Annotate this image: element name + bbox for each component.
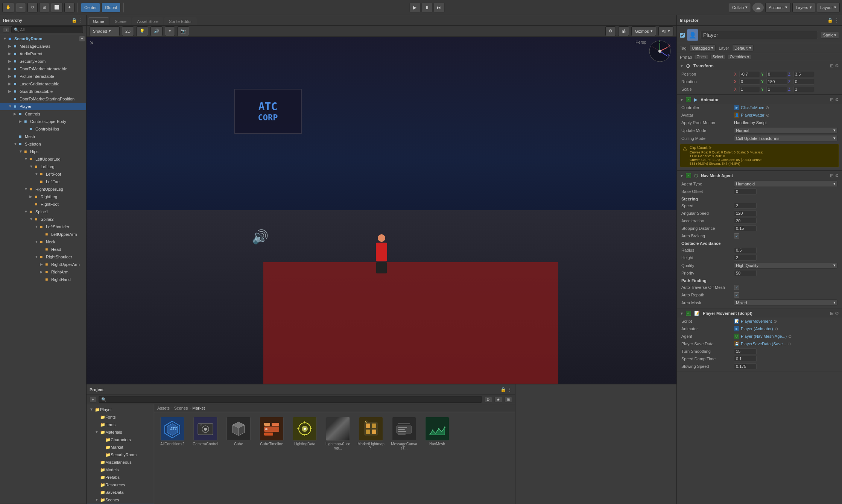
- tree-item-rightfoot[interactable]: ■ RightFoot: [0, 200, 86, 208]
- controller-value[interactable]: ClickToMove: [741, 105, 764, 110]
- height-input[interactable]: [734, 255, 757, 261]
- scene-settings-btn[interactable]: ⚙: [605, 26, 616, 36]
- animator-more-icon[interactable]: ⚙: [835, 97, 839, 102]
- tool-scale[interactable]: ⊞: [39, 3, 49, 12]
- navmesh-more-icon[interactable]: ⚙: [835, 173, 839, 178]
- tree-item-audioparent[interactable]: ▶ ■ AudioParent: [0, 50, 86, 58]
- tree-item-rightupperleg[interactable]: ▼ ■ RightUpperLeg: [0, 185, 86, 193]
- tree-item-lefttoe[interactable]: ■ LeftToe: [0, 178, 86, 185]
- scene-close-btn[interactable]: ✕: [90, 40, 94, 46]
- tree-item-leftfoot[interactable]: ▼ ■ LeftFoot: [0, 170, 86, 178]
- breadcrumb-assets[interactable]: Assets: [157, 406, 170, 410]
- inspector-lock-icon[interactable]: 🔒: [827, 18, 833, 23]
- tree-item-spine2[interactable]: ▼ ■ Spine2: [0, 216, 86, 223]
- tree-item-rightarm[interactable]: ▶ ■ RightArm: [0, 268, 86, 276]
- avatar-target-btn[interactable]: ⊙: [766, 113, 769, 118]
- animator-enabled-checkbox[interactable]: ✓: [686, 97, 691, 102]
- scale-x-input[interactable]: [739, 86, 760, 92]
- prefab-open-btn[interactable]: Open: [694, 54, 708, 60]
- hierarchy-search[interactable]: [11, 26, 83, 33]
- pm-savedata-value[interactable]: PlayerSaveData (Save...: [741, 342, 786, 346]
- tree-item-leftshoulder[interactable]: ▼ ■ LeftShoulder: [0, 223, 86, 231]
- animator-header[interactable]: ▼ ✓ ▶ Animator ⊞ ⚙: [677, 96, 842, 104]
- pm-savedata-target-btn[interactable]: ⊙: [787, 342, 791, 346]
- folder-prefabs[interactable]: 📁 Prefabs: [87, 474, 154, 481]
- tree-item-leftupperleg[interactable]: ▼ ■ LeftUpperLeg: [0, 155, 86, 163]
- playermovement-snap-icon[interactable]: ⊞: [830, 311, 834, 316]
- project-tree[interactable]: ▼ 📁 Player 📁 Fonts 📁 Items: [87, 404, 154, 504]
- asset-navmesh[interactable]: NavMesh: [422, 415, 452, 452]
- tool-hand[interactable]: ✋: [2, 3, 14, 12]
- folder-savedata[interactable]: 📁 SaveData: [87, 489, 154, 496]
- cloud-icon[interactable]: ☁: [752, 3, 764, 12]
- play-button[interactable]: ▶: [409, 3, 421, 12]
- folder-resources[interactable]: 📁 Resources: [87, 481, 154, 489]
- scene-audio-btn[interactable]: 🔊: [150, 26, 163, 36]
- transform-more-icon[interactable]: ⚙: [835, 63, 839, 68]
- tree-item-controlships[interactable]: ■ ControlsHips: [0, 125, 86, 133]
- tab-game[interactable]: Game: [88, 17, 109, 25]
- angularspeed-input[interactable]: [734, 210, 757, 216]
- project-view-btn[interactable]: ⊞: [505, 397, 512, 402]
- project-add-btn[interactable]: +: [90, 397, 96, 402]
- pos-y-input[interactable]: [766, 71, 787, 77]
- tree-item-leftupperarm[interactable]: ■ LeftUpperArm: [0, 231, 86, 238]
- project-search[interactable]: [99, 396, 482, 403]
- tree-item-skeleton[interactable]: ▼ ■ Skeleton: [0, 140, 86, 148]
- view2d-toggle[interactable]: 2D: [122, 26, 134, 36]
- tree-item-rightshoulder[interactable]: ▼ ■ RightShoulder: [0, 253, 86, 261]
- cullingmode-dropdown[interactable]: Cull Update Transforms ▾: [734, 135, 837, 141]
- pos-z-input[interactable]: [793, 71, 814, 77]
- prefab-select-btn[interactable]: Select: [710, 54, 725, 60]
- transform-header[interactable]: ▼ ⊕ Transform ⊞ ⚙: [677, 61, 842, 70]
- tree-item-head[interactable]: ■ Head: [0, 246, 86, 253]
- layer-dropdown[interactable]: Default ▾: [732, 44, 754, 52]
- asset-cubetimeline[interactable]: CubeTimeline: [257, 415, 287, 452]
- rot-y-input[interactable]: [766, 79, 787, 85]
- project-menu-icon[interactable]: ⋮: [508, 387, 512, 392]
- animator-snap-icon[interactable]: ⊞: [830, 97, 834, 102]
- scene-camera-btn[interactable]: 📷: [177, 26, 189, 36]
- folder-fonts[interactable]: 📁 Fonts: [87, 413, 154, 421]
- autotraverse-checkbox[interactable]: [734, 285, 739, 290]
- tab-scene[interactable]: Scene: [110, 17, 131, 25]
- asset-cameracontrol[interactable]: # CameraControl: [190, 415, 220, 452]
- collab-dropdown[interactable]: Collab ▾: [729, 3, 751, 12]
- stoppingdistance-input[interactable]: [734, 225, 757, 231]
- tool-move[interactable]: ✛: [16, 3, 26, 12]
- slowingspeed-input[interactable]: [734, 363, 757, 369]
- playermovement-enabled-checkbox[interactable]: ✓: [686, 311, 691, 316]
- tree-item-controlsupperbody[interactable]: ▶ ■ ControlsUpperBody: [0, 118, 86, 125]
- rot-x-input[interactable]: [739, 79, 760, 85]
- asset-cube[interactable]: Cube: [223, 415, 254, 452]
- scene-fx-btn[interactable]: ✦: [165, 26, 175, 36]
- tool-rotate[interactable]: ↻: [27, 3, 38, 12]
- object-active-checkbox[interactable]: [680, 33, 685, 38]
- account-dropdown[interactable]: Account ▾: [765, 3, 791, 12]
- acceleration-input[interactable]: [734, 218, 757, 224]
- project-settings-btn[interactable]: ⚙: [484, 397, 492, 402]
- project-star-btn[interactable]: ★: [494, 397, 502, 402]
- pivot-center-btn[interactable]: Center: [81, 3, 100, 12]
- autorepath-checkbox[interactable]: [734, 292, 739, 298]
- tree-item-securityroom2[interactable]: ▶ ■ SecurityRoom: [0, 58, 86, 65]
- xyz-gizmo[interactable]: X Y Z: [649, 40, 671, 62]
- speeddamptime-input[interactable]: [734, 356, 757, 362]
- speed-input[interactable]: [734, 203, 757, 209]
- folder-secroom-mat[interactable]: 📁 SecurityRoom: [87, 451, 154, 458]
- tree-item-doortomarketstart[interactable]: ■ DoorToMarketStartingPosition: [0, 95, 86, 103]
- hierarchy-lock-icon[interactable]: 🔒: [71, 18, 77, 23]
- pause-button[interactable]: ⏸: [421, 3, 433, 12]
- scene-view[interactable]: ATC CORP Persp X Y Z: [87, 37, 676, 384]
- tree-item-hips[interactable]: ▼ ■ Hips: [0, 148, 86, 155]
- shading-dropdown[interactable]: Shaded ▾: [90, 26, 120, 36]
- asset-lightmap[interactable]: Lightmap-0_comp...: [323, 415, 353, 452]
- pm-animator-value[interactable]: Player (Animator): [741, 326, 773, 331]
- navmesh-header[interactable]: ▼ ✓ ⬡ Nav Mesh Agent ⊞ ⚙: [677, 172, 842, 180]
- scene-lighting-btn[interactable]: 💡: [136, 26, 148, 36]
- agenttype-dropdown[interactable]: Humanoid ▾: [734, 181, 837, 187]
- tree-item-pictureinteractable[interactable]: ▶ ■ PictureInteractable: [0, 73, 86, 80]
- folder-market[interactable]: 📁 Market: [87, 443, 154, 451]
- tool-rect[interactable]: ⬜: [51, 3, 63, 12]
- tree-item-securityroom[interactable]: ▼ ■ SecurityRoom +: [0, 35, 86, 43]
